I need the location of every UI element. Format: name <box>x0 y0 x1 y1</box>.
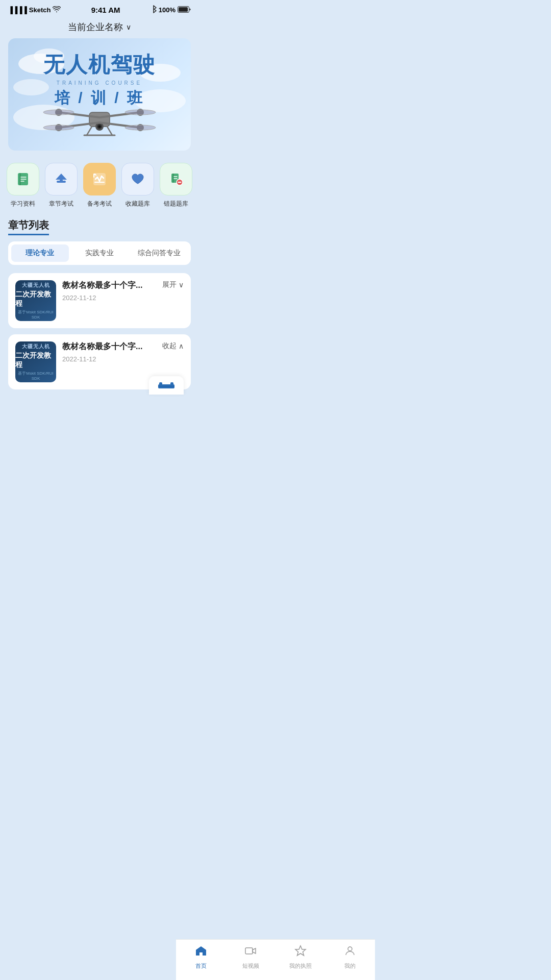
card-2-img-mid: 二次开发教程 <box>15 351 56 370</box>
icon-box-wrong-bank <box>160 163 192 195</box>
svg-point-17 <box>125 125 156 130</box>
status-right: 100% <box>151 5 191 15</box>
card-1-body: 教材名称最多十个字... 2022-11-12 <box>62 280 156 302</box>
card-1-toggle[interactable]: 展开 ∨ <box>162 280 184 289</box>
svg-line-19 <box>107 127 112 135</box>
tab-comprehensive[interactable]: 综合问答专业 <box>130 244 188 262</box>
chapter-icon <box>157 380 176 390</box>
tabs-wrap: 理论专业 实践专业 综合问答专业 <box>0 241 199 273</box>
icon-grid: 学习资料 章节考试 备考考试 <box>0 159 199 216</box>
svg-point-16 <box>43 125 74 130</box>
tab-theory[interactable]: 理论专业 <box>11 244 69 262</box>
icon-label-prepare-exam: 备考考试 <box>87 200 112 208</box>
card-2: 大疆无人机 二次开发教程 基于Mskit SDK/RUI SDK 教材名称最多十… <box>8 334 191 389</box>
card-1-img-top: 大疆无人机 <box>22 282 50 289</box>
signal-icon: ▐▐▐▐ <box>8 6 27 14</box>
card-1: 大疆无人机 二次开发教程 基于Mskit SDK/RUI SDK 教材名称最多十… <box>8 273 191 328</box>
battery-icon <box>178 6 191 14</box>
card-1-action-label: 展开 <box>162 280 177 289</box>
status-time: 9:41 AM <box>91 6 120 14</box>
card-2-title: 教材名称最多十个字... <box>62 341 156 352</box>
tabs: 理论专业 实践专业 综合问答专业 <box>8 241 191 265</box>
icon-box-chapter-exam <box>45 163 78 195</box>
svg-rect-31 <box>172 174 174 183</box>
icon-item-prepare-exam[interactable]: 备考考试 <box>83 163 116 208</box>
company-name: 当前企业名称 <box>68 21 123 33</box>
icon-box-study-material <box>7 163 39 195</box>
svg-rect-38 <box>170 382 173 388</box>
icon-label-wrong-bank: 错题题库 <box>164 200 188 208</box>
battery-label: 100% <box>159 6 176 14</box>
section-title-wrap: 章节列表 <box>0 216 199 241</box>
drone-illustration <box>33 84 166 151</box>
card-1-date: 2022-11-12 <box>62 294 156 302</box>
card-1-action-icon: ∨ <box>179 281 184 289</box>
card-1-img-mid: 二次开发教程 <box>15 290 56 308</box>
svg-point-15 <box>125 110 156 115</box>
svg-line-18 <box>87 127 92 135</box>
icon-label-favorite-bank: 收藏题库 <box>126 200 150 208</box>
icon-item-favorite-bank[interactable]: 收藏题库 <box>121 163 154 208</box>
carrier-label: Sketch <box>29 6 51 14</box>
icon-label-chapter-exam: 章节考试 <box>49 200 73 208</box>
banner-main-title: 无人机驾驶 <box>43 51 156 79</box>
card-1-title: 教材名称最多十个字... <box>62 280 156 291</box>
banner: 无人机驾驶 TRAINING COURSE 培 / 训 / 班 <box>8 38 191 151</box>
card-2-toggle[interactable]: 收起 ∧ <box>162 341 184 351</box>
svg-rect-1 <box>179 7 188 12</box>
card-2-img-bot: 基于Mskit SDK/RUI SDK <box>15 371 56 381</box>
tab-practice[interactable]: 实践专业 <box>71 244 129 262</box>
icon-item-study-material[interactable]: 学习资料 <box>7 163 39 208</box>
card-2-date: 2022-11-12 <box>62 355 156 363</box>
icon-box-prepare-exam <box>83 163 116 195</box>
svg-point-5 <box>98 126 101 128</box>
card-1-image: 大疆无人机 二次开发教程 基于Mskit SDK/RUI SDK <box>15 280 56 321</box>
icon-item-wrong-bank[interactable]: 错题题库 <box>160 163 192 208</box>
bluetooth-icon <box>151 5 157 15</box>
status-bar: ▐▐▐▐ Sketch 9:41 AM 100% <box>0 0 199 17</box>
icon-box-favorite-bank <box>121 163 154 195</box>
card-2-action-label: 收起 <box>162 341 177 351</box>
company-dropdown-icon[interactable]: ∨ <box>126 23 131 31</box>
card-2-img-top: 大疆无人机 <box>22 343 50 350</box>
card-1-img-bot: 基于Mskit SDK/RUI SDK <box>15 309 56 320</box>
card-2-image: 大疆无人机 二次开发教程 基于Mskit SDK/RUI SDK <box>15 341 56 382</box>
chapter-badge-area <box>149 376 184 395</box>
svg-rect-27 <box>60 180 63 183</box>
icon-item-chapter-exam[interactable]: 章节考试 <box>45 163 78 208</box>
svg-point-14 <box>43 110 74 115</box>
card-2-body: 教材名称最多十个字... 2022-11-12 <box>62 341 156 363</box>
icon-label-study-material: 学习资料 <box>11 200 35 208</box>
status-left: ▐▐▐▐ Sketch <box>8 6 61 14</box>
svg-rect-37 <box>159 382 162 388</box>
header: 当前企业名称 ∨ <box>0 17 199 38</box>
card-2-action-icon: ∧ <box>179 342 184 350</box>
section-title: 章节列表 <box>8 218 49 235</box>
wifi-icon <box>53 6 61 14</box>
